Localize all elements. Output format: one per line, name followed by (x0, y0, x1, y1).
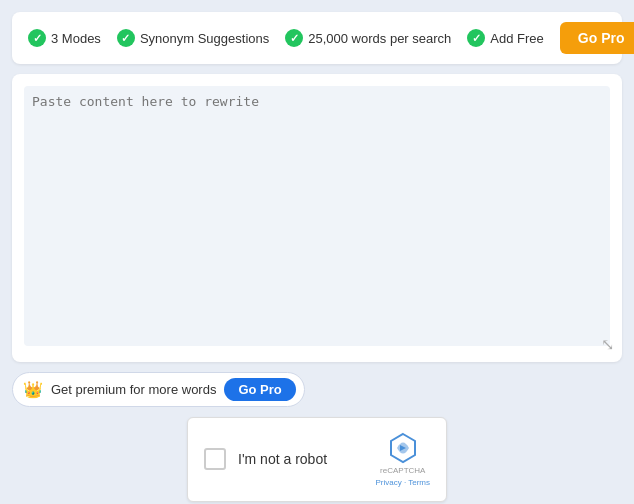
main-editor-area: ⤡ (12, 74, 622, 362)
bottom-section: I'm not a robot reCAPTCHA Privacy · Term… (12, 417, 622, 504)
go-pro-button[interactable]: Go Pro (560, 22, 634, 54)
captcha-checkbox[interactable] (204, 448, 226, 470)
recaptcha-links[interactable]: Privacy · Terms (375, 478, 430, 487)
feature-words: 25,000 words per search (285, 29, 451, 47)
resize-handle-icon: ⤡ (601, 335, 614, 354)
captcha-label: I'm not a robot (238, 451, 363, 467)
feature-words-label: 25,000 words per search (308, 31, 451, 46)
recaptcha-logo-icon (387, 432, 419, 464)
feature-modes: 3 Modes (28, 29, 101, 47)
feature-free: Add Free (467, 29, 543, 47)
feature-free-label: Add Free (490, 31, 543, 46)
go-pro-small-button[interactable]: Go Pro (224, 378, 295, 401)
feature-synonyms: Synonym Suggestions (117, 29, 269, 47)
page-container: 3 Modes Synonym Suggestions 25,000 words… (0, 0, 634, 504)
crown-icon: 👑 (23, 380, 43, 399)
check-words-icon (285, 29, 303, 47)
feature-modes-label: 3 Modes (51, 31, 101, 46)
captcha-box: I'm not a robot reCAPTCHA Privacy · Term… (187, 417, 447, 502)
check-free-icon (467, 29, 485, 47)
content-textarea[interactable] (24, 86, 610, 346)
premium-text: Get premium for more words (51, 382, 216, 397)
recaptcha-brand-text: reCAPTCHA (380, 466, 425, 476)
premium-bar: 👑 Get premium for more words Go Pro (12, 372, 305, 407)
feature-synonyms-label: Synonym Suggestions (140, 31, 269, 46)
check-synonyms-icon (117, 29, 135, 47)
top-bar: 3 Modes Synonym Suggestions 25,000 words… (12, 12, 622, 64)
captcha-logo-area: reCAPTCHA Privacy · Terms (375, 432, 430, 487)
check-modes-icon (28, 29, 46, 47)
